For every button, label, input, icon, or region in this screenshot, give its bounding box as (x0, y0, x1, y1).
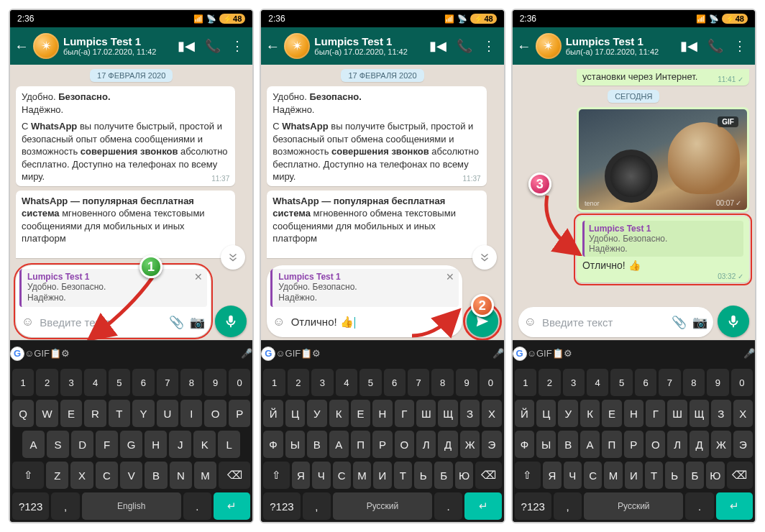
emoji-icon[interactable]: ☺ (22, 315, 34, 329)
key-H[interactable]: H (145, 431, 167, 458)
mic-button[interactable] (718, 306, 749, 337)
key-С[interactable]: С (333, 462, 351, 489)
compose-input[interactable]: Введите текст (542, 316, 666, 329)
key-Й[interactable]: Й (263, 400, 283, 427)
message-bubble-1[interactable]: Удобно. Безопасно. Надёжно. С WhatsApp в… (267, 86, 486, 186)
key-И[interactable]: И (373, 462, 391, 489)
key-Э[interactable]: Э (733, 431, 753, 458)
key-4[interactable]: 4 (587, 369, 608, 396)
key-З[interactable]: З (460, 400, 480, 427)
key-J[interactable]: J (169, 431, 191, 458)
key-Е[interactable]: Е (602, 400, 621, 427)
key-3[interactable]: 3 (563, 369, 585, 396)
key-G[interactable]: G (120, 431, 142, 458)
compose-box[interactable]: ☺ Введите текст 📎 📷 (518, 307, 713, 337)
key-0[interactable]: 0 (229, 369, 250, 396)
gif-message[interactable]: GIF tenor 00:07✓ (577, 107, 749, 212)
key-Ю[interactable]: Ю (706, 462, 724, 489)
backspace-key[interactable]: ⌫ (219, 462, 250, 489)
key-0[interactable]: 0 (480, 369, 501, 396)
clipboard-icon[interactable]: 📋 (50, 348, 61, 359)
key-3[interactable]: 3 (60, 369, 82, 396)
key-C[interactable]: C (96, 462, 118, 489)
prev-out-message[interactable]: установки через Интернет. 11:41 ✓ (577, 69, 749, 86)
message-bubble-1[interactable]: Удобно. Безопасно. Надёжно. С WhatsApp в… (16, 86, 235, 186)
shift-key[interactable]: ⇧ (263, 462, 289, 489)
camera-icon[interactable]: 📷 (190, 315, 205, 330)
key-М[interactable]: М (604, 462, 622, 489)
sticker-icon[interactable]: ☺ (24, 348, 34, 359)
key-Н[interactable]: Н (624, 400, 643, 427)
key-7[interactable]: 7 (408, 369, 429, 396)
more-icon[interactable]: ⋮ (231, 38, 244, 54)
key-Y[interactable]: Y (132, 400, 154, 427)
message-bubble-2[interactable]: WhatsApp — популярная бесплатная система… (16, 191, 235, 258)
key-Ы[interactable]: Ы (536, 431, 556, 458)
key-Ф[interactable]: Ф (515, 431, 534, 458)
key-L[interactable]: L (218, 431, 240, 458)
key-З[interactable]: З (711, 400, 730, 427)
key-Т[interactable]: Т (645, 462, 663, 489)
settings-icon[interactable]: ⚙ (61, 348, 70, 359)
key-Ф[interactable]: Ф (263, 431, 283, 458)
key-4[interactable]: 4 (336, 369, 357, 396)
key-5[interactable]: 5 (610, 369, 632, 396)
key-К[interactable]: К (329, 400, 349, 427)
key-Х[interactable]: Х (733, 400, 753, 427)
symbols-key[interactable]: ?123 (12, 492, 49, 520)
attach-icon[interactable]: 📎 (672, 315, 687, 330)
key-Ж[interactable]: Ж (460, 431, 480, 458)
key-Ж[interactable]: Ж (711, 431, 730, 458)
key-Ш[interactable]: Ш (416, 400, 436, 427)
more-icon[interactable]: ⋮ (482, 38, 495, 54)
video-call-icon[interactable]: ▮◀ (178, 38, 195, 54)
key-Г[interactable]: Г (395, 400, 414, 427)
key-7[interactable]: 7 (659, 369, 680, 396)
key-Я[interactable]: Я (292, 462, 310, 489)
key-1[interactable]: 1 (12, 369, 34, 396)
key-Ц[interactable]: Ц (536, 400, 556, 427)
key-Ы[interactable]: Ы (285, 431, 305, 458)
key-Я[interactable]: Я (543, 462, 561, 489)
reply-message[interactable]: Lumpics Test 1 Удобно. Безопасно.Надёжно… (577, 216, 749, 283)
quote-close-icon[interactable]: ✕ (446, 271, 454, 283)
key-Э[interactable]: Э (482, 431, 501, 458)
key-5[interactable]: 5 (109, 369, 130, 396)
key-2[interactable]: 2 (288, 369, 309, 396)
back-button[interactable]: ← (14, 38, 29, 55)
key-4[interactable]: 4 (84, 369, 106, 396)
key-6[interactable]: 6 (132, 369, 154, 396)
key-Х[interactable]: Х (482, 400, 501, 427)
key-Щ[interactable]: Щ (690, 400, 709, 427)
key-Г[interactable]: Г (646, 400, 665, 427)
compose-input[interactable]: Отлично! 👍 (291, 316, 457, 329)
key-I[interactable]: I (180, 400, 202, 427)
key-П[interactable]: П (602, 431, 621, 458)
key-1[interactable]: 1 (263, 369, 285, 396)
key-2[interactable]: 2 (36, 369, 58, 396)
mic-icon[interactable]: 🎤 (241, 348, 252, 359)
voice-call-icon[interactable]: 📞 (205, 38, 221, 54)
key-P[interactable]: P (229, 400, 250, 427)
key-Й[interactable]: Й (515, 400, 534, 427)
key-И[interactable]: И (625, 462, 643, 489)
key-Ч[interactable]: Ч (564, 462, 582, 489)
key-А[interactable]: А (580, 431, 600, 458)
key-X[interactable]: X (70, 462, 93, 489)
key-T[interactable]: T (109, 400, 130, 427)
quote-close-icon[interactable]: ✕ (194, 271, 203, 283)
key-У[interactable]: У (558, 400, 577, 427)
video-call-icon[interactable]: ▮◀ (429, 38, 446, 54)
key-9[interactable]: 9 (456, 369, 477, 396)
back-button[interactable]: ← (265, 38, 280, 55)
key-8[interactable]: 8 (431, 369, 453, 396)
key-К[interactable]: К (580, 400, 600, 427)
emoji-icon[interactable]: ☺ (272, 315, 285, 329)
key-M[interactable]: M (194, 462, 216, 489)
key-О[interactable]: О (395, 431, 414, 458)
key-R[interactable]: R (84, 400, 106, 427)
key-3[interactable]: 3 (311, 369, 333, 396)
key-6[interactable]: 6 (384, 369, 406, 396)
key-У[interactable]: У (307, 400, 326, 427)
period-key[interactable]: . (183, 492, 211, 520)
